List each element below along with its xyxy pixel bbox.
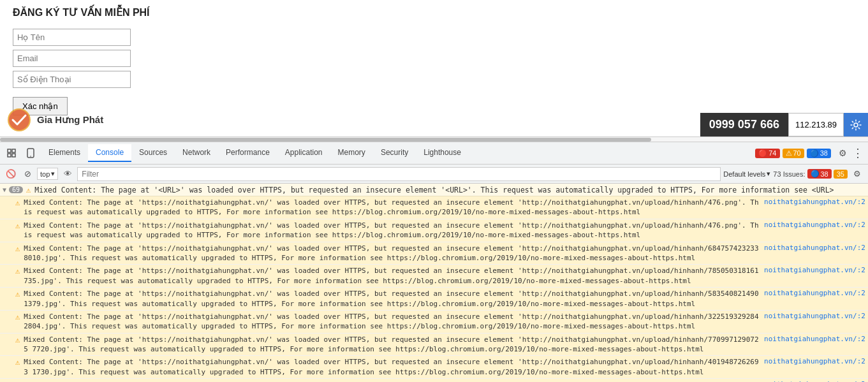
eye-icon[interactable]: 👁 bbox=[61, 167, 75, 181]
ip-address: 112.213.89 bbox=[788, 113, 844, 136]
warning-icon: ⚠ bbox=[15, 312, 20, 321]
tab-performance[interactable]: Performance bbox=[218, 144, 277, 162]
console-row: ⚠Mixed Content: The page at 'https://noi… bbox=[0, 379, 868, 382]
name-field-group bbox=[13, 29, 855, 46]
issues-warning-badge: 35 bbox=[834, 170, 848, 179]
warning-icon: ⚠ bbox=[15, 244, 20, 253]
console-row-text: Mixed Content: The page at 'https://noit… bbox=[24, 357, 759, 377]
tab-lighthouse[interactable]: Lighthouse bbox=[416, 144, 469, 162]
console-row-location[interactable]: noithatgiahungphat.vn/:2 bbox=[764, 221, 865, 229]
console-row: ⚠Mixed Content: The page at 'https://noi… bbox=[0, 288, 868, 311]
phone-number: 0999 057 666 bbox=[700, 113, 788, 136]
logo-text: Gia Hưng Phát bbox=[37, 114, 103, 126]
warning-icon: ⚠ bbox=[15, 221, 20, 230]
console-row: ⚠Mixed Content: The page at 'https://noi… bbox=[0, 242, 868, 265]
tab-console[interactable]: Console bbox=[88, 144, 131, 162]
group-warning-icon: ⚠ bbox=[26, 186, 31, 195]
clear-console-icon[interactable]: 🚫 bbox=[4, 167, 18, 181]
console-row: ⚠Mixed Content: The page at 'https://noi… bbox=[0, 265, 868, 288]
console-row: ⚠Mixed Content: The page at 'https://noi… bbox=[0, 356, 868, 379]
info-icon: 🔵 bbox=[810, 149, 819, 158]
tab-memory[interactable]: Memory bbox=[330, 144, 373, 162]
email-field-group bbox=[13, 50, 855, 67]
filter-icon[interactable]: ⊘ bbox=[20, 167, 34, 181]
email-input[interactable] bbox=[13, 50, 131, 67]
right-overlay: 0999 057 666 112.213.89 bbox=[700, 113, 868, 136]
console-row-location[interactable]: noithatgiahungphat.vn/:2 bbox=[764, 198, 865, 206]
console-row-text: Mixed Content: The page at 'https://noit… bbox=[24, 289, 759, 309]
scrollbar-thumb bbox=[0, 138, 651, 142]
tab-badges: 🔴 74 ⚠ 70 🔵 38 bbox=[755, 149, 831, 158]
console-row: ⚠Mixed Content: The page at 'https://noi… bbox=[0, 219, 868, 242]
svg-rect-4 bbox=[12, 149, 15, 152]
issues-error-icon: 🔵 bbox=[811, 170, 820, 178]
devtools-settings-icon[interactable]: ⚙ bbox=[835, 145, 850, 161]
console-rows: ⚠Mixed Content: The page at 'https://noi… bbox=[0, 196, 868, 382]
level-select[interactable]: top ▾ bbox=[37, 168, 58, 180]
default-levels-dropdown-icon: ▾ bbox=[767, 170, 770, 178]
issues-error-count: 38 bbox=[821, 170, 828, 178]
console-row: ⚠Mixed Content: The page at 'https://noi… bbox=[0, 196, 868, 219]
svg-point-8 bbox=[30, 156, 31, 157]
console-toolbar: 🚫 ⊘ top ▾ 👁 Default levels ▾ 73 Issues: … bbox=[0, 165, 868, 184]
console-row: ⚠Mixed Content: The page at 'https://noi… bbox=[0, 334, 868, 356]
info-badge: 🔵 38 bbox=[807, 149, 831, 158]
tab-sources[interactable]: Sources bbox=[131, 144, 175, 162]
error-count: 74 bbox=[769, 149, 776, 157]
info-count: 38 bbox=[820, 149, 828, 157]
page-title: ĐĂNG KÝ TƯ VẤN MIỄN PHÍ bbox=[13, 6, 855, 18]
tab-security[interactable]: Security bbox=[373, 144, 416, 162]
error-badge: 🔴 74 bbox=[755, 149, 779, 158]
console-row-location[interactable]: noithatgiahungphat.vn/:2 bbox=[764, 289, 865, 297]
group-count: 69 bbox=[9, 186, 23, 193]
warning-count: 70 bbox=[793, 149, 801, 157]
devtools-tabs-bar: Elements Console Sources Network Perform… bbox=[0, 142, 868, 165]
console-row-location[interactable]: noithatgiahungphat.vn/:2 bbox=[764, 357, 865, 365]
logo-area: Gia Hưng Phát bbox=[0, 103, 110, 136]
console-row-location[interactable]: noithatgiahungphat.vn/:2 bbox=[764, 312, 865, 320]
console-row-text: Mixed Content: The page at 'https://noit… bbox=[24, 312, 759, 332]
issues-label: 73 Issues: bbox=[773, 170, 805, 178]
svg-rect-5 bbox=[8, 154, 11, 157]
warning-icon: ⚠ bbox=[786, 149, 792, 158]
settings-icon[interactable] bbox=[844, 113, 868, 136]
warning-icon: ⚠ bbox=[15, 290, 20, 298]
svg-rect-3 bbox=[8, 149, 11, 152]
console-settings-icon[interactable]: ⚙ bbox=[850, 167, 864, 181]
tab-network[interactable]: Network bbox=[175, 144, 218, 162]
warning-badge: ⚠ 70 bbox=[783, 149, 804, 158]
filter-input[interactable] bbox=[77, 167, 721, 181]
default-levels-label: Default levels bbox=[723, 170, 765, 178]
svg-point-2 bbox=[854, 123, 858, 127]
warning-icon: ⚠ bbox=[15, 267, 20, 275]
logo-icon bbox=[6, 107, 32, 133]
tab-application[interactable]: Application bbox=[277, 144, 330, 162]
devtools-more-icon[interactable]: ⋮ bbox=[850, 145, 865, 161]
console-content: ▼ 69 ⚠ Mixed Content: The page at '<URL>… bbox=[0, 184, 868, 382]
console-row-location[interactable]: noithatgiahungphat.vn/:2 bbox=[764, 266, 865, 274]
default-levels-select[interactable]: Default levels ▾ bbox=[723, 170, 770, 178]
console-row-text: Mixed Content: The page at 'https://noit… bbox=[24, 221, 759, 240]
mobile-icon[interactable] bbox=[22, 144, 40, 162]
console-group-header[interactable]: ▼ 69 ⚠ Mixed Content: The page at '<URL>… bbox=[0, 184, 868, 196]
console-row-location[interactable]: noithatgiahungphat.vn/:2 bbox=[764, 244, 865, 252]
level-dropdown-icon: ▾ bbox=[51, 170, 55, 178]
phone-field-group bbox=[13, 71, 855, 88]
horizontal-scrollbar[interactable] bbox=[0, 137, 868, 142]
console-row-text: Mixed Content: The page at 'https://noit… bbox=[24, 244, 759, 263]
svg-rect-6 bbox=[12, 154, 15, 157]
console-row: ⚠Mixed Content: The page at 'https://noi… bbox=[0, 311, 868, 334]
console-row-text: Mixed Content: The page at 'https://noit… bbox=[24, 266, 759, 286]
phone-input[interactable] bbox=[13, 71, 131, 88]
console-right-controls: Default levels ▾ 73 Issues: 🔵 38 35 bbox=[723, 169, 848, 179]
page-area: ĐĂNG KÝ TƯ VẤN MIỄN PHÍ Xác nhận Gia Hưn… bbox=[0, 0, 868, 137]
console-row-location[interactable]: noithatgiahungphat.vn/:2 bbox=[764, 335, 865, 343]
name-input[interactable] bbox=[13, 29, 131, 46]
tab-elements[interactable]: Elements bbox=[41, 144, 88, 162]
error-icon: 🔴 bbox=[758, 149, 767, 158]
warning-icon: ⚠ bbox=[15, 358, 20, 367]
warning-icon: ⚠ bbox=[15, 335, 20, 344]
inspect-icon[interactable] bbox=[3, 144, 20, 162]
console-row-text: Mixed Content: The page at 'https://noit… bbox=[24, 335, 759, 355]
group-text: Mixed Content: The page at '<URL>' was l… bbox=[34, 186, 834, 195]
